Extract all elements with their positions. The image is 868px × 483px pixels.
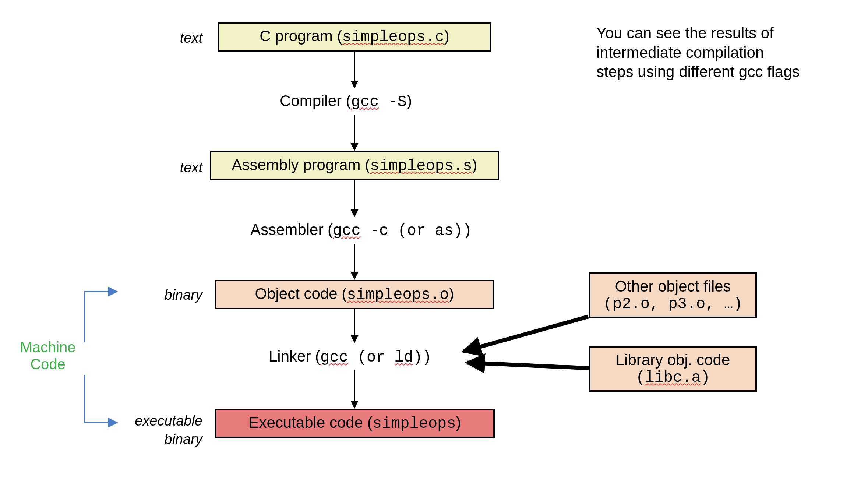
executable-box: Executable code (simpleops) xyxy=(215,409,495,438)
note-line1: You can see the results of xyxy=(596,24,774,42)
object-box: Object code (simpleops.o) xyxy=(215,280,494,309)
svg-line-7 xyxy=(467,363,589,368)
label-executable-1: executable xyxy=(114,413,202,429)
c-program-box: C program (simpleops.c) xyxy=(218,22,491,52)
other-line1: Other object files xyxy=(615,278,731,295)
label-text-2: text xyxy=(129,160,202,176)
assembler-pre: Assembler ( xyxy=(250,221,333,238)
library-file: libc.a xyxy=(645,369,701,387)
linker-cmd: gcc xyxy=(320,349,348,366)
assembler-alt: as xyxy=(435,222,453,240)
executable-file: simpleops xyxy=(373,415,456,433)
compiler-cmd: gcc xyxy=(351,93,379,111)
note-text: You can see the results of intermediate … xyxy=(596,24,839,82)
linker-post: )) xyxy=(413,349,431,366)
linker-stage: Linker (gcc (or ld)) xyxy=(269,348,432,366)
object-post: ) xyxy=(449,285,454,302)
library-post: ) xyxy=(701,369,710,387)
assembler-post: )) xyxy=(454,222,472,240)
library-pre: ( xyxy=(636,369,645,387)
c-program-file: simpleops.c xyxy=(342,28,444,46)
compiler-post: ) xyxy=(407,92,412,109)
executable-pre: Executable code ( xyxy=(248,414,372,431)
assembler-stage: Assembler (gcc -c (or as)) xyxy=(250,221,472,240)
library-box: Library obj. code (libc.a) xyxy=(589,346,757,392)
note-line3: steps using different gcc flags xyxy=(596,63,800,80)
c-program-pre: C program ( xyxy=(260,27,342,45)
note-line2: intermediate compilation xyxy=(596,44,764,61)
c-program-post: ) xyxy=(444,27,449,45)
label-binary: binary xyxy=(121,287,202,303)
object-pre: Object code ( xyxy=(255,285,347,302)
object-file: simpleops.o xyxy=(347,286,449,304)
assembler-flag: -c xyxy=(361,222,389,240)
compiler-flag: -S xyxy=(379,93,407,111)
compiler-stage: Compiler (gcc -S) xyxy=(280,92,412,111)
executable-post: ) xyxy=(456,414,461,431)
linker-alt: ld xyxy=(395,349,413,366)
other-line2: (p2.o, p3.o, …) xyxy=(603,295,742,313)
label-text-1: text xyxy=(129,30,202,46)
linker-pre: Linker ( xyxy=(269,348,320,365)
linker-mid: (or xyxy=(348,349,395,366)
svg-line-6 xyxy=(463,317,588,352)
machine-code-line2: Code xyxy=(30,356,66,372)
machine-code-line1: Machine xyxy=(20,339,75,355)
assembly-box: Assembly program (simpleops.s) xyxy=(210,151,499,180)
other-objects-box: Other object files (p2.o, p3.o, …) xyxy=(589,272,757,318)
assembly-post: ) xyxy=(472,156,477,173)
label-executable-2: binary xyxy=(114,431,202,447)
assembly-file: simpleops.s xyxy=(370,157,472,175)
library-line1: Library obj. code xyxy=(616,351,730,369)
assembly-pre: Assembly program ( xyxy=(232,156,370,173)
machine-code-label: Machine Code xyxy=(11,339,85,373)
assembler-cmd: gcc xyxy=(333,222,361,240)
compiler-pre: Compiler ( xyxy=(280,92,351,109)
assembler-mid: (or xyxy=(388,222,435,240)
